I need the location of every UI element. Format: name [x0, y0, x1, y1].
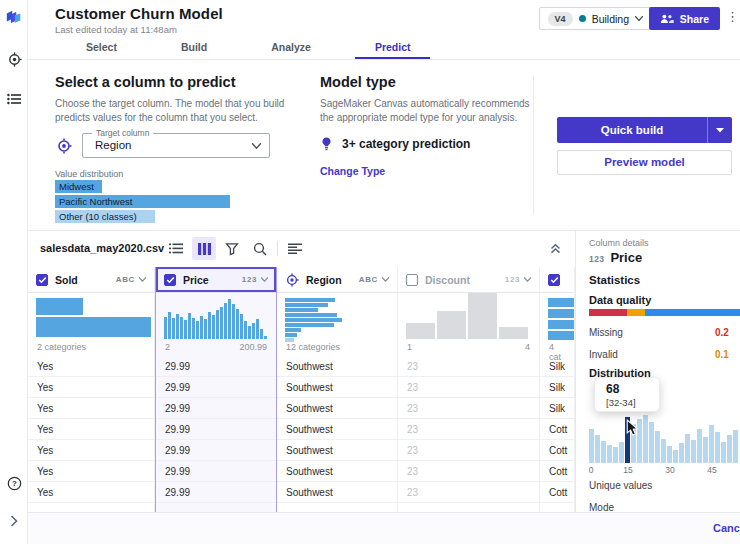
- histogram-bar[interactable]: [643, 415, 648, 463]
- tab-build[interactable]: Build: [161, 36, 227, 59]
- column-type-dropdown[interactable]: ABC: [116, 275, 146, 284]
- histogram-bar[interactable]: [589, 429, 594, 463]
- unique-values-label: Unique values: [589, 480, 652, 491]
- table-column-sold: SoldABC2 categoriesYesYesYesYesYesYesYes: [28, 267, 155, 512]
- column-name: Sold: [55, 274, 78, 286]
- sagemaker-canvas-logo-icon[interactable]: [5, 8, 23, 26]
- table-cell: Yes: [28, 356, 154, 377]
- quick-build-button[interactable]: Quick build: [557, 117, 732, 143]
- column-view-icon[interactable]: [192, 237, 216, 260]
- histogram-bar[interactable]: [613, 447, 618, 463]
- table-cell: Silk: [540, 356, 574, 377]
- column-checkbox[interactable]: [164, 274, 176, 286]
- histogram-bar[interactable]: [667, 446, 672, 463]
- missing-value: 0.2: [715, 327, 729, 338]
- histogram-bar[interactable]: [715, 432, 720, 463]
- value-bar-label: Other (10 classes): [59, 211, 137, 222]
- cancel-link[interactable]: Cancel: [713, 522, 740, 534]
- help-icon[interactable]: ?: [5, 474, 23, 492]
- histogram-bar[interactable]: [595, 435, 600, 463]
- table-cell: 23: [398, 440, 539, 461]
- version-badge: V4: [548, 12, 573, 26]
- histogram-bar[interactable]: [709, 425, 714, 463]
- histogram-bar[interactable]: [679, 443, 684, 463]
- chevron-down-icon: [252, 143, 261, 149]
- histogram-bar: [216, 310, 219, 339]
- histogram-bar: [285, 328, 301, 332]
- share-button[interactable]: Share: [649, 7, 720, 30]
- expand-sidebar-chevron-icon[interactable]: [5, 512, 23, 530]
- page-title: Customer Churn Model: [55, 5, 223, 22]
- status-dot-icon: [579, 15, 586, 22]
- selected-column: 123 Price: [589, 250, 642, 265]
- table-columns: SoldABC2 categoriesYesYesYesYesYesYesYes…: [28, 267, 575, 512]
- collapse-panel-icon[interactable]: [550, 240, 561, 258]
- table-cell: 29.99: [156, 419, 276, 440]
- preview-model-button[interactable]: Preview model: [557, 150, 732, 175]
- models-nav-icon[interactable]: [5, 50, 23, 68]
- search-icon[interactable]: [248, 237, 272, 260]
- histogram-bar[interactable]: [733, 430, 738, 463]
- missing-row: Missing 0.2: [589, 327, 740, 338]
- histogram-bar[interactable]: [655, 431, 660, 463]
- list-view-icon[interactable]: [164, 237, 188, 260]
- column-type-dropdown[interactable]: 123: [505, 275, 531, 284]
- column-checkbox[interactable]: [36, 274, 48, 286]
- column-type-dropdown[interactable]: ABC: [359, 275, 389, 284]
- tab-predict[interactable]: Predict: [355, 36, 431, 59]
- histogram-bar[interactable]: [727, 435, 732, 463]
- quick-build-label[interactable]: Quick build: [557, 117, 707, 143]
- histogram-bar[interactable]: [685, 434, 690, 463]
- distribution-histogram[interactable]: [589, 413, 740, 463]
- histogram-bar[interactable]: [607, 445, 612, 463]
- tab-select[interactable]: Select: [66, 36, 137, 59]
- table-cell: Cott: [540, 440, 574, 461]
- histogram-bar: [264, 336, 267, 339]
- column-header[interactable]: RegionABC: [277, 267, 397, 293]
- row-list-icon[interactable]: [283, 237, 307, 260]
- column-header[interactable]: Price123: [156, 267, 276, 293]
- histogram-bar[interactable]: [691, 440, 696, 463]
- table-cell: Yes: [28, 482, 154, 503]
- histogram-bar[interactable]: [661, 439, 666, 463]
- histogram-bar: [244, 321, 247, 339]
- histogram-bar[interactable]: [703, 437, 708, 463]
- histogram-bar[interactable]: [697, 429, 702, 463]
- column-header[interactable]: SoldABC: [28, 267, 154, 293]
- column-header[interactable]: [540, 267, 574, 293]
- filter-icon[interactable]: [220, 237, 244, 260]
- invalid-row: Invalid 0.1: [589, 349, 740, 360]
- target-column-value: Region: [95, 134, 131, 157]
- quick-build-dropdown[interactable]: [707, 117, 732, 143]
- column-header[interactable]: Discount123: [398, 267, 539, 293]
- target-column-select[interactable]: Target column Region: [82, 133, 270, 158]
- dataset-table: salesdata_may2020.csv SoldABC2 categorie…: [28, 230, 575, 512]
- histogram-bar: [192, 318, 195, 339]
- histogram-bar: [224, 303, 227, 339]
- table-cell: 23: [398, 356, 539, 377]
- statistics-heading: Statistics: [589, 274, 640, 286]
- app-window: ? Customer Churn Model Last edited today…: [0, 0, 740, 544]
- column-checkbox[interactable]: [548, 274, 560, 286]
- footer-bar: Cancel: [28, 512, 740, 544]
- chevron-down-icon: [716, 128, 724, 133]
- histogram-bar: [548, 320, 575, 329]
- svg-text:?: ?: [12, 479, 17, 488]
- status-text: Building: [592, 13, 629, 25]
- histogram-bar: [256, 319, 259, 339]
- histogram-bar[interactable]: [601, 441, 606, 463]
- column-type-dropdown[interactable]: 123: [242, 275, 268, 284]
- version-selector[interactable]: V4 Building: [539, 7, 652, 30]
- histogram-bar: [208, 312, 211, 339]
- histogram-bar[interactable]: [619, 442, 624, 463]
- change-type-link[interactable]: Change Type: [320, 165, 385, 177]
- more-options-kebab-icon[interactable]: ⋮: [726, 9, 739, 24]
- histogram-bar[interactable]: [721, 442, 726, 463]
- histogram-bar[interactable]: [673, 450, 678, 463]
- histogram-bar[interactable]: [649, 422, 654, 463]
- table-cell: 23: [398, 398, 539, 419]
- column-checkbox[interactable]: [406, 274, 418, 286]
- tab-analyze[interactable]: Analyze: [251, 36, 331, 59]
- datasets-nav-icon[interactable]: [5, 90, 23, 108]
- table-cell: 23: [398, 482, 539, 503]
